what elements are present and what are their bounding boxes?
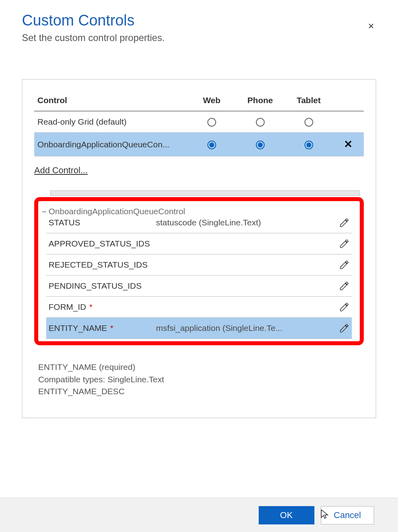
cancel-label: Cancel xyxy=(334,510,361,520)
property-row[interactable]: REJECTED_STATUS_IDS xyxy=(46,254,352,276)
pencil-icon[interactable] xyxy=(339,323,349,333)
col-header-tablet: Tablet xyxy=(285,92,333,111)
web-radio[interactable] xyxy=(207,118,216,127)
cancel-button[interactable]: Cancel xyxy=(321,506,374,524)
property-description: ENTITY_NAME (required) Compatible types:… xyxy=(34,361,364,397)
radio-cell-phone xyxy=(236,133,285,156)
tablet-radio[interactable] xyxy=(304,118,313,127)
col-header-delete xyxy=(333,92,364,111)
property-label: FORM_ID * xyxy=(49,302,156,312)
property-label: REJECTED_STATUS_IDS xyxy=(49,260,156,270)
pencil-icon[interactable] xyxy=(339,239,349,249)
delete-cell: ✕ xyxy=(333,133,364,156)
delete-control-icon[interactable]: ✕ xyxy=(344,138,353,150)
controls-table: Control Web Phone Tablet Read-only Grid … xyxy=(34,92,364,156)
control-row[interactable]: OnboardingApplicationQueueCon...✕ xyxy=(34,133,364,156)
custom-controls-dialog: Custom Controls Set the custom control p… xyxy=(0,0,398,418)
pencil-icon[interactable] xyxy=(339,260,349,270)
property-value: statuscode (SingleLine.Text) xyxy=(156,218,336,227)
required-asterisk: * xyxy=(87,302,93,311)
property-row[interactable]: PENDING_STATUS_IDS xyxy=(46,276,352,297)
phone-radio[interactable] xyxy=(256,118,265,127)
radio-cell-web xyxy=(187,133,236,156)
delete-cell xyxy=(333,111,364,133)
dialog-footer: OK Cancel xyxy=(0,498,398,532)
radio-cell-tablet xyxy=(285,133,333,156)
properties-legend: OnboardingApplicationQueueControl xyxy=(47,207,187,216)
dialog-header: Custom Controls Set the custom control p… xyxy=(22,12,376,43)
properties-highlight-box: OnboardingApplicationQueueControl STATUS… xyxy=(34,197,364,345)
property-label: PENDING_STATUS_IDS xyxy=(49,281,156,291)
desc-line-3: ENTITY_NAME_DESC xyxy=(38,385,364,397)
cursor-icon xyxy=(320,509,330,519)
dialog-subtitle: Set the custom control properties. xyxy=(22,32,376,43)
horizontal-scrollbar[interactable] xyxy=(34,189,364,197)
control-name-cell: Read-only Grid (default) xyxy=(34,111,187,133)
control-row[interactable]: Read-only Grid (default) xyxy=(34,111,364,133)
phone-radio[interactable] xyxy=(256,141,265,149)
property-value: msfsi_application (SingleLine.Te... xyxy=(156,323,336,333)
col-header-phone: Phone xyxy=(236,92,285,111)
property-label: ENTITY_NAME * xyxy=(49,323,156,333)
dialog-title: Custom Controls xyxy=(22,12,376,29)
col-header-web: Web xyxy=(187,92,236,111)
radio-cell-tablet xyxy=(285,111,333,133)
pencil-icon[interactable] xyxy=(339,302,349,312)
desc-line-2: Compatible types: SingleLine.Text xyxy=(38,374,364,385)
ok-button[interactable]: OK xyxy=(259,506,314,524)
required-asterisk: * xyxy=(108,323,113,332)
property-row[interactable]: FORM_ID * xyxy=(46,297,352,318)
web-radio[interactable] xyxy=(207,141,216,149)
tablet-radio[interactable] xyxy=(304,141,313,149)
radio-cell-web xyxy=(187,111,236,133)
property-row[interactable]: ENTITY_NAME *msfsi_application (SingleLi… xyxy=(46,318,352,339)
pencil-icon[interactable] xyxy=(339,281,349,291)
controls-panel: Control Web Phone Tablet Read-only Grid … xyxy=(22,79,376,418)
close-icon[interactable]: × xyxy=(368,20,374,32)
radio-cell-phone xyxy=(236,111,285,133)
desc-line-1: ENTITY_NAME (required) xyxy=(38,361,364,373)
property-label: APPROVED_STATUS_IDS xyxy=(49,239,156,248)
properties-fieldset: OnboardingApplicationQueueControl STATUS… xyxy=(46,212,352,339)
add-control-link[interactable]: Add Control... xyxy=(34,165,88,176)
control-name-cell: OnboardingApplicationQueueCon... xyxy=(34,133,187,156)
pencil-icon[interactable] xyxy=(339,217,349,228)
col-header-control: Control xyxy=(34,92,187,111)
property-row[interactable]: APPROVED_STATUS_IDS xyxy=(46,233,352,254)
property-label: STATUS xyxy=(49,218,156,227)
